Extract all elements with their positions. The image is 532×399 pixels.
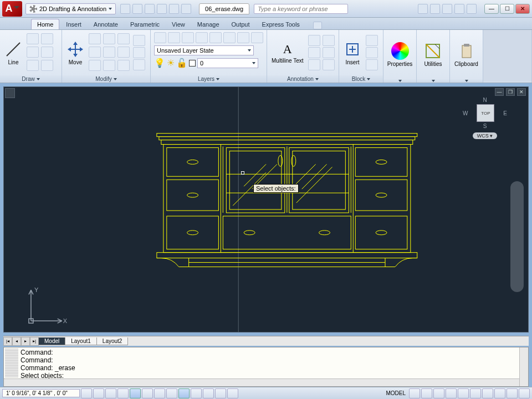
- panel-title-clipboard[interactable]: [450, 79, 483, 83]
- dim-linear-icon[interactable]: [308, 35, 320, 46]
- workspace-switch-icon[interactable]: [470, 388, 481, 398]
- array-icon[interactable]: [103, 60, 115, 71]
- sc-toggle[interactable]: [227, 388, 238, 398]
- layerfrz-icon[interactable]: [182, 32, 194, 43]
- tab-next-button[interactable]: ▸: [21, 337, 30, 346]
- polar-toggle[interactable]: [117, 388, 129, 398]
- quickview-drawings-icon[interactable]: [421, 388, 432, 398]
- layeriso-icon[interactable]: [168, 32, 180, 43]
- space-label[interactable]: MODEL: [383, 390, 408, 396]
- vertical-scrollbar[interactable]: [519, 347, 528, 386]
- trim-icon[interactable]: [117, 33, 130, 44]
- layeroff-icon[interactable]: [209, 32, 222, 43]
- tab-prev-button[interactable]: ◂: [12, 337, 21, 346]
- move-button[interactable]: Move: [64, 39, 86, 66]
- rotate-icon[interactable]: [103, 33, 115, 44]
- coordinate-display[interactable]: 1' 0 9/16", 0' 4 1/8" , 0' 0": [2, 389, 80, 397]
- qp-toggle[interactable]: [215, 388, 226, 398]
- line-button[interactable]: Line: [2, 39, 24, 66]
- panel-title-modify[interactable]: Modify: [62, 75, 150, 83]
- dyn-toggle[interactable]: [178, 388, 190, 398]
- circle-icon[interactable]: [27, 47, 39, 58]
- hatch-icon[interactable]: [27, 60, 39, 71]
- lwt-toggle[interactable]: [191, 388, 202, 398]
- binoculars-icon[interactable]: [418, 4, 428, 14]
- utilities-button[interactable]: Utilities: [422, 41, 444, 68]
- qat-open-icon[interactable]: [132, 4, 142, 14]
- horizontal-scrollbar[interactable]: [4, 378, 519, 386]
- ribbon-tab-output[interactable]: Output: [226, 19, 255, 29]
- edit-block-icon[interactable]: [366, 47, 378, 58]
- fillet-icon[interactable]: [117, 47, 130, 58]
- workspace-selector[interactable]: 2D Drafting & Annotation: [25, 3, 116, 14]
- stretch-icon[interactable]: [89, 60, 101, 71]
- qat-undo-icon[interactable]: [169, 4, 179, 14]
- 3dosnap-toggle[interactable]: [142, 388, 153, 398]
- snap-toggle[interactable]: [81, 388, 92, 398]
- layer-state-selector[interactable]: Unsaved Layer State: [154, 45, 254, 55]
- copy-icon[interactable]: [89, 33, 101, 44]
- scale-icon[interactable]: [103, 47, 115, 58]
- ribbon-tab-insert[interactable]: Insert: [60, 19, 87, 29]
- help-search-input[interactable]: [254, 4, 348, 14]
- sheet-tab-model[interactable]: Model: [38, 337, 65, 345]
- table-style-icon[interactable]: [323, 59, 335, 70]
- sheet-tab-layout1[interactable]: Layout1: [65, 337, 97, 345]
- maximize-button[interactable]: ☐: [500, 4, 514, 14]
- mirror-icon[interactable]: [89, 47, 101, 58]
- file-tab[interactable]: 06_erase.dwg: [199, 3, 249, 14]
- comm-icon[interactable]: [442, 4, 452, 14]
- panel-title-layers[interactable]: Layers: [151, 75, 267, 83]
- qat-save-icon[interactable]: [145, 4, 155, 14]
- annoscale-icon[interactable]: [433, 388, 444, 398]
- minimize-button[interactable]: —: [484, 4, 499, 14]
- quickview-layouts-icon[interactable]: [409, 388, 420, 398]
- sheet-tab-layout2[interactable]: Layout2: [96, 337, 129, 345]
- panel-title-properties[interactable]: [383, 79, 416, 83]
- ribbon-tab-express[interactable]: Express Tools: [257, 19, 305, 29]
- command-window[interactable]: Command: Command: Command: _erase Select…: [3, 347, 529, 387]
- panel-title-utilities[interactable]: [417, 79, 449, 83]
- hardware-accel-icon[interactable]: [494, 388, 505, 398]
- ribbon-tab-manage[interactable]: Manage: [192, 19, 225, 29]
- table-icon[interactable]: [308, 59, 320, 70]
- cmd-drag-handle[interactable]: [5, 349, 18, 377]
- leader-icon[interactable]: [308, 47, 320, 58]
- ribbon-tab-home[interactable]: Home: [31, 19, 59, 29]
- drawing-area[interactable]: — ❐ ✕ N W TOP E S WCS ▾: [3, 86, 529, 332]
- osnap-toggle[interactable]: [130, 388, 141, 398]
- ribbon-minimize-icon[interactable]: [313, 22, 322, 29]
- arc-icon[interactable]: [41, 33, 53, 44]
- annovis-icon[interactable]: [446, 388, 457, 398]
- qat-new-icon[interactable]: [120, 4, 130, 14]
- insert-button[interactable]: Insert: [341, 39, 364, 66]
- ortho-toggle[interactable]: [105, 388, 116, 398]
- panel-title-draw[interactable]: Draw: [0, 75, 62, 83]
- layer-selector[interactable]: 0: [197, 58, 258, 68]
- tab-first-button[interactable]: |◂: [3, 337, 12, 346]
- ducs-toggle[interactable]: [166, 388, 177, 398]
- app-menu-button[interactable]: A: [2, 1, 22, 17]
- fillet2-icon[interactable]: [133, 59, 145, 70]
- tab-last-button[interactable]: ▸|: [30, 337, 39, 346]
- ellipse-icon[interactable]: [41, 60, 53, 71]
- erase-icon[interactable]: [133, 35, 145, 46]
- toolbar-lock-icon[interactable]: [482, 388, 493, 398]
- help-icon[interactable]: [467, 4, 477, 14]
- rectangle-icon[interactable]: [41, 47, 53, 58]
- properties-button[interactable]: Properties: [385, 41, 415, 68]
- polyline-icon[interactable]: [27, 33, 39, 44]
- cleanscreen-icon[interactable]: [519, 388, 530, 398]
- layerprop-icon[interactable]: [154, 32, 166, 43]
- isolate-icon[interactable]: [507, 388, 518, 398]
- layerprev-icon[interactable]: [237, 32, 249, 43]
- key-icon[interactable]: [430, 4, 440, 14]
- dim-style-icon[interactable]: [323, 35, 335, 46]
- layermatch-icon[interactable]: [223, 32, 236, 43]
- leader-style-icon[interactable]: [323, 47, 335, 58]
- qat-redo-icon[interactable]: [181, 4, 191, 14]
- close-button[interactable]: ✕: [515, 4, 530, 14]
- layermore-icon[interactable]: [251, 32, 263, 43]
- tpy-toggle[interactable]: [203, 388, 214, 398]
- mtext-button[interactable]: A Multiline Text: [269, 41, 306, 65]
